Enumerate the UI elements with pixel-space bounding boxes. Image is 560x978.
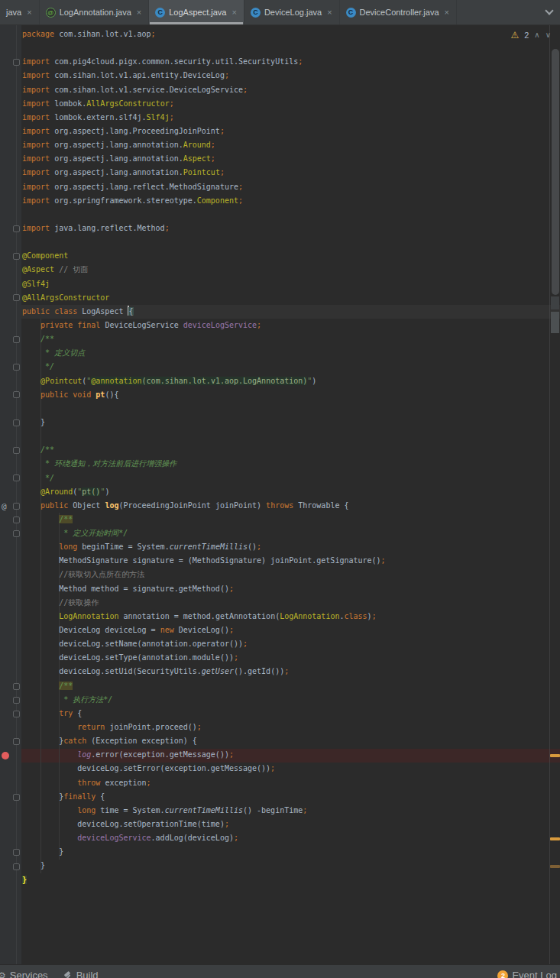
code-line: import org.springframework.stereotype.Co… — [22, 194, 560, 208]
next-warning-icon[interactable]: ∨ — [545, 31, 551, 39]
fold-marker-icon[interactable] — [13, 503, 20, 510]
fold-marker-icon[interactable] — [13, 683, 20, 690]
fold-marker-icon[interactable] — [13, 59, 20, 66]
code-line: deviceLog.setOperationTime(time); — [22, 818, 560, 831]
warning-count: 2 — [524, 31, 529, 40]
code-line: import org.aspectj.lang.annotation.Aroun… — [22, 138, 560, 152]
tab-close-icon[interactable]: × — [327, 8, 332, 17]
code-line: */ — [22, 360, 560, 374]
warning-stripe-mark[interactable] — [550, 754, 560, 757]
code-line: import lombok.AllArgsConstructor; — [22, 97, 560, 111]
code-line: */ — [22, 471, 560, 485]
code-line — [22, 235, 560, 249]
code-line: @Aspect // 切面 — [22, 263, 560, 277]
scrollbar-thumb[interactable] — [552, 49, 559, 295]
code-line: deviceLogService.addLog(deviceLog); — [22, 831, 560, 845]
editor-tab-devicecontroller-java[interactable]: CDeviceController.java× — [340, 0, 457, 24]
code-line — [22, 429, 560, 443]
code-line: public void pt(){ — [22, 388, 560, 402]
code-line: /** — [22, 679, 560, 693]
annotation-icon: @ — [46, 8, 56, 18]
code-line: @AllArgsConstructor — [22, 291, 560, 305]
code-line: MethodSignature signature = (MethodSigna… — [22, 554, 560, 568]
fold-marker-icon[interactable] — [13, 364, 20, 371]
tab-close-icon[interactable]: × — [231, 8, 236, 17]
fold-marker-icon[interactable] — [13, 474, 20, 481]
inspection-widget: ⚠ 2 ∧ ∨ — [510, 31, 551, 40]
tab-label: DeviceLog.java — [264, 8, 322, 17]
class-icon: C — [251, 8, 261, 18]
code-line: } — [22, 873, 560, 887]
tab-close-icon[interactable]: × — [137, 8, 141, 17]
fold-marker-icon[interactable] — [13, 517, 20, 523]
code-line: package com.sihan.lot.v1.aop; — [22, 28, 560, 41]
tab-close-icon[interactable]: × — [445, 8, 449, 17]
toolwindow-button-event-log[interactable]: 2Event Log — [497, 965, 560, 978]
code-line: throw exception; — [22, 776, 560, 790]
editor-tab-logaspect-java[interactable]: CLogAspect.java× — [149, 0, 244, 24]
code-line: //获取操作 — [22, 596, 560, 610]
fold-marker-icon[interactable] — [13, 391, 20, 398]
tab-label: LogAnnotation.java — [60, 8, 131, 17]
code-line: import org.aspectj.lang.ProceedingJoinPo… — [22, 125, 560, 138]
code-line: @Slf4j — [22, 277, 560, 291]
editor-tab-devicelog-java[interactable]: CDeviceLog.java× — [244, 0, 340, 24]
hammer-icon — [63, 971, 73, 978]
code-line: Method method = signature.getMethod(); — [22, 582, 560, 596]
fold-marker-icon[interactable] — [13, 530, 20, 537]
code-line: public class LogAspect { — [22, 305, 560, 319]
editor-tab-logannotation-java[interactable]: @LogAnnotation.java× — [40, 0, 150, 24]
fold-marker-icon[interactable] — [13, 697, 20, 704]
fold-marker-icon[interactable] — [13, 849, 20, 856]
tab-label: DeviceController.java — [360, 8, 439, 17]
fold-marker-icon[interactable] — [13, 253, 20, 260]
code-line: @Component — [22, 249, 560, 263]
fold-marker-icon[interactable] — [13, 294, 20, 301]
code-line: * 定义开始时间*/ — [22, 526, 560, 540]
code-line: import org.aspectj.lang.annotation.Aspec… — [22, 152, 560, 166]
chevron-down-icon — [545, 6, 553, 15]
fold-marker-icon[interactable] — [13, 225, 20, 232]
fold-marker-icon[interactable] — [13, 863, 20, 870]
code-line: deviceLog.setError(exception.getMessage(… — [22, 762, 560, 776]
code-line: log.error(exception.getMessage()); — [22, 748, 560, 762]
code-line: long beginTime = System.currentTimeMilli… — [22, 540, 560, 554]
code-editor[interactable]: package com.sihan.lot.v1.aop;import com.… — [0, 25, 560, 964]
fold-marker-icon[interactable] — [13, 711, 20, 717]
tab-overflow-chevron-icon[interactable] — [539, 0, 560, 24]
tab-label: java — [6, 8, 21, 17]
tab-close-icon[interactable]: × — [27, 8, 31, 17]
fold-marker-icon[interactable] — [13, 794, 20, 801]
ide-window: java×@LogAnnotation.java×CLogAspect.java… — [0, 0, 560, 978]
prev-warning-icon[interactable]: ∧ — [534, 31, 539, 39]
code-line: DeviceLog deviceLog = new DeviceLog(); — [22, 623, 560, 637]
stripe-mark-gray[interactable] — [551, 312, 559, 333]
code-line: @Around("pt()") — [22, 485, 560, 499]
code-line — [22, 208, 560, 222]
breakpoint-dot[interactable] — [2, 752, 9, 759]
code-line: LogAnnotation annotation = method.getAnn… — [22, 610, 560, 623]
fold-marker-icon[interactable] — [13, 336, 20, 343]
code-line: deviceLog.setUid(SecurityUtils.getUser()… — [22, 665, 560, 678]
code-line: import com.sihan.lot.v1.api.entity.Devic… — [22, 69, 560, 83]
fold-marker-icon[interactable] — [13, 419, 20, 426]
code-line: try { — [22, 707, 560, 721]
code-line: import com.pig4cloud.pigx.common.securit… — [22, 55, 560, 69]
editor-gutter[interactable]: @ — [0, 25, 21, 964]
fold-marker-icon[interactable] — [13, 738, 20, 745]
stripe-mark-gray[interactable] — [551, 296, 559, 309]
class-icon: C — [346, 8, 356, 18]
warning-stripe-mark[interactable] — [550, 837, 560, 840]
code-line: }finally { — [22, 790, 560, 804]
fold-marker-icon[interactable] — [13, 447, 20, 454]
aop-advice-gutter-icon[interactable]: @ — [2, 502, 7, 510]
editor-tab-java[interactable]: java× — [0, 0, 40, 24]
code-line: import lombok.extern.slf4j.Slf4j; — [22, 111, 560, 125]
code-line — [22, 402, 560, 416]
toolwindow-button-build[interactable]: Build — [63, 965, 99, 978]
toolwindow-button-services[interactable]: ⚙Services — [0, 965, 48, 978]
code-line: return joinPoint.proceed(); — [22, 721, 560, 734]
warning-icon: ⚠ — [510, 31, 519, 40]
code-line: } — [22, 845, 560, 859]
warning-stripe-mark[interactable] — [550, 865, 560, 868]
